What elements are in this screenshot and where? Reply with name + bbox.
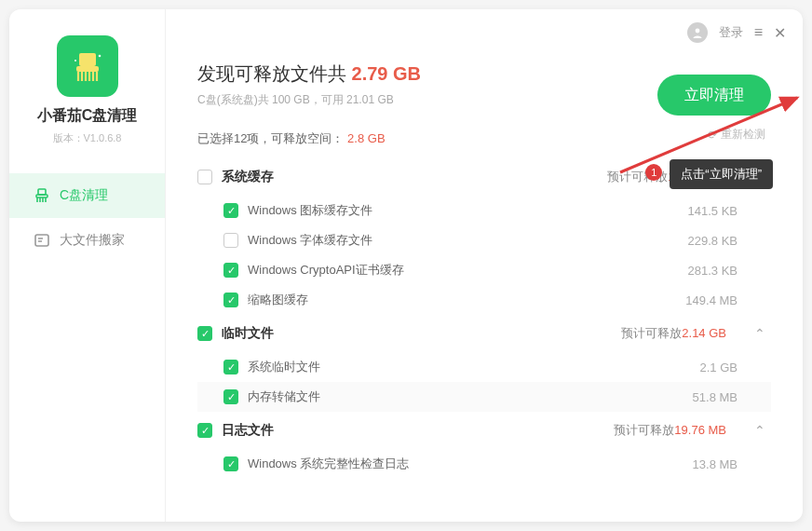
selection-summary: 已选择12项，可释放空间： 2.8 GB xyxy=(197,130,771,147)
category-estimate: 预计可释放19.76 MB xyxy=(614,422,726,439)
topbar: 登录 ≡ ✕ xyxy=(687,22,786,43)
avatar-icon[interactable] xyxy=(687,22,708,43)
item-size: 229.8 KB xyxy=(688,234,738,248)
item-size: 281.3 KB xyxy=(688,264,738,278)
list-item: ✓缩略图缓存149.4 MB xyxy=(197,285,771,315)
content: 发现可释放文件共 2.79 GB C盘(系统盘)共 100 GB，可用 21.0… xyxy=(166,9,803,475)
brush-logo-icon xyxy=(69,48,106,85)
item-size: 149.4 MB xyxy=(685,293,738,307)
instruction-tooltip: 1 点击“立即清理” xyxy=(670,159,773,189)
refresh-label: 重新检测 xyxy=(721,127,765,143)
app-version: 版本：V1.0.6.8 xyxy=(53,131,122,145)
item-name: Windows 字体缓存文件 xyxy=(248,232,679,249)
category-est-value: 19.76 MB xyxy=(674,423,726,437)
category-checkbox[interactable] xyxy=(197,170,212,184)
category-name: 日志文件 xyxy=(222,422,604,439)
item-checkbox[interactable]: ✓ xyxy=(223,389,238,404)
item-name: 缩略图缓存 xyxy=(248,292,676,308)
svg-rect-4 xyxy=(38,189,46,195)
close-icon[interactable]: ✕ xyxy=(774,24,786,42)
item-name: Windows 图标缓存文件 xyxy=(248,202,679,219)
sidebar-item-label: 大文件搬家 xyxy=(60,232,125,249)
list-item: ✓Windows 图标缓存文件141.5 KB xyxy=(197,196,771,225)
category-name: 临时文件 xyxy=(222,325,612,342)
app-name: 小番茄C盘清理 xyxy=(37,106,138,126)
item-checkbox[interactable]: ✓ xyxy=(223,360,238,374)
item-name: Windows 系统完整性检查日志 xyxy=(248,456,683,472)
box-icon xyxy=(34,232,50,249)
category-est-prefix: 预计可释放 xyxy=(614,423,674,437)
sidebar-item-0[interactable]: C盘清理 xyxy=(9,173,165,218)
header-prefix: 发现可释放文件共 xyxy=(197,63,352,84)
item-checkbox[interactable] xyxy=(223,233,238,248)
category-est-value: 2.14 GB xyxy=(682,326,726,340)
item-size: 51.8 MB xyxy=(693,390,738,404)
category-row: ✓临时文件预计可释放2.14 GB⌃ xyxy=(197,315,771,352)
item-name: 内存转储文件 xyxy=(248,388,683,405)
svg-rect-0 xyxy=(79,53,96,66)
item-checkbox[interactable]: ✓ xyxy=(223,293,238,307)
category-estimate: 预计可释放2.14 GB xyxy=(621,325,726,342)
list-item: ✓Windows 系统完整性检查日志13.8 MB xyxy=(197,449,771,475)
list-item: ✓系统临时文件2.1 GB xyxy=(197,352,771,382)
app-logo xyxy=(57,35,118,97)
main-panel: 登录 ≡ ✕ 发现可释放文件共 2.79 GB C盘(系统盘)共 100 GB，… xyxy=(166,9,803,522)
item-checkbox[interactable]: ✓ xyxy=(223,263,238,278)
list-item: Windows 字体缓存文件229.8 KB xyxy=(197,225,771,255)
tooltip-text: 点击“立即清理” xyxy=(681,166,762,183)
selection-size: 2.8 GB xyxy=(347,131,385,145)
clean-now-button[interactable]: 立即清理 xyxy=(657,75,771,116)
svg-rect-1 xyxy=(76,66,99,72)
chevron-up-icon[interactable]: ⌃ xyxy=(754,423,765,438)
category-name: 系统缓存 xyxy=(222,169,598,185)
category-checkbox[interactable]: ✓ xyxy=(197,423,212,438)
item-size: 141.5 KB xyxy=(688,204,738,218)
item-checkbox[interactable]: ✓ xyxy=(223,456,238,471)
menu-icon[interactable]: ≡ xyxy=(754,24,763,41)
sidebar: 小番茄C盘清理 版本：V1.0.6.8 C盘清理大文件搬家 xyxy=(9,9,166,522)
item-size: 2.1 GB xyxy=(700,361,738,374)
list-item: ✓Windows CryptoAPI证书缓存281.3 KB xyxy=(197,255,771,285)
login-link[interactable]: 登录 xyxy=(719,24,743,41)
svg-rect-6 xyxy=(35,235,48,246)
results-list: 系统缓存预计可释放150.00 MB⌃✓Windows 图标缓存文件141.5 … xyxy=(197,158,771,475)
sidebar-item-1[interactable]: 大文件搬家 xyxy=(9,218,165,263)
item-name: 系统临时文件 xyxy=(248,359,691,375)
chevron-up-icon[interactable]: ⌃ xyxy=(754,326,765,341)
category-row: ✓日志文件预计可释放19.76 MB⌃ xyxy=(197,412,771,449)
brush-icon xyxy=(34,187,50,204)
header-total-size: 2.79 GB xyxy=(352,63,421,84)
sidebar-item-label: C盘清理 xyxy=(60,187,108,204)
refresh-scan[interactable]: ⟳ 重新检测 xyxy=(708,127,765,143)
item-name: Windows CryptoAPI证书缓存 xyxy=(248,262,679,279)
svg-point-7 xyxy=(695,29,699,34)
app-window: 小番茄C盘清理 版本：V1.0.6.8 C盘清理大文件搬家 登录 ≡ ✕ 发现可… xyxy=(9,9,803,522)
svg-rect-5 xyxy=(36,195,47,197)
svg-point-2 xyxy=(98,55,101,58)
item-checkbox[interactable]: ✓ xyxy=(223,203,238,218)
category-est-prefix: 预计可释放 xyxy=(621,326,682,340)
list-item: ✓内存转储文件51.8 MB xyxy=(197,382,771,412)
item-size: 13.8 MB xyxy=(693,457,738,471)
category-checkbox[interactable]: ✓ xyxy=(197,326,212,341)
refresh-icon: ⟳ xyxy=(708,129,717,142)
selection-prefix: 已选择12项，可释放空间： xyxy=(197,131,344,145)
svg-point-3 xyxy=(74,60,76,61)
